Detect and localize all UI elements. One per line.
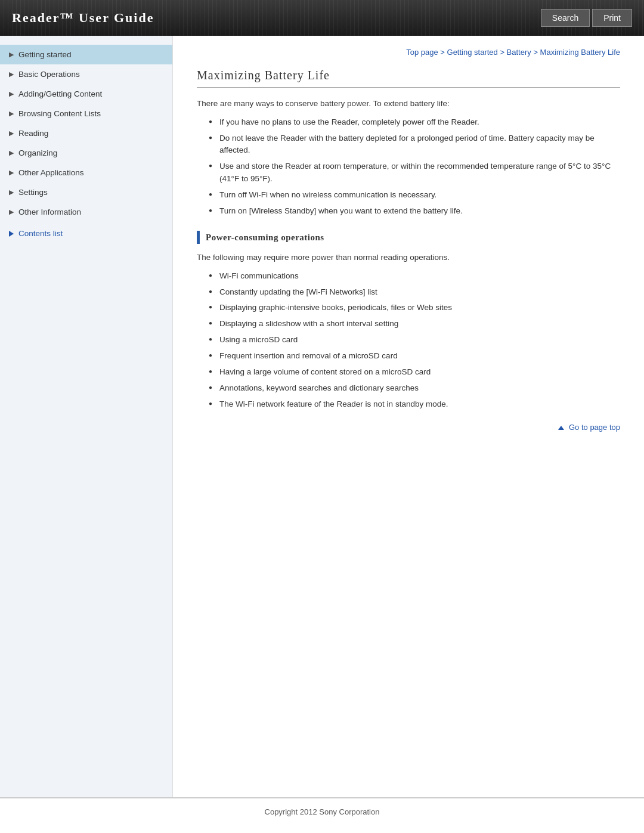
sidebar: ▶ Getting started ▶ Basic Operations ▶ A…	[0, 36, 173, 797]
app-title: Reader™ User Guide	[12, 10, 154, 26]
list-item: Using a microSD card	[209, 334, 620, 346]
go-to-top[interactable]: Go to page top	[197, 423, 620, 432]
sidebar-item-label: Other Applications	[18, 168, 84, 177]
sidebar-item-other-applications[interactable]: ▶ Other Applications	[0, 163, 172, 182]
list-item: Frequent insertion and removal of a micr…	[209, 350, 620, 363]
contents-list-link[interactable]: Contents list	[0, 222, 172, 243]
list-item: Annotations, keyword searches and dictio…	[209, 382, 620, 395]
section-bullet-list: Wi-Fi communications Constantly updating…	[209, 270, 620, 411]
header: Reader™ User Guide Search Print	[0, 0, 644, 36]
section-bar-icon	[197, 231, 200, 244]
footer: Copyright 2012 Sony Corporation	[0, 798, 644, 825]
sidebar-item-basic-operations[interactable]: ▶ Basic Operations	[0, 64, 172, 84]
content-area: Top page > Getting started > Battery > M…	[173, 36, 644, 797]
chevron-icon: ▶	[9, 70, 14, 78]
sidebar-item-label: Reading	[18, 129, 48, 138]
list-item: Having a large volume of content stored …	[209, 366, 620, 379]
breadcrumb-link[interactable]: Top page > Getting started > Battery > M…	[406, 48, 620, 57]
list-item: If you have no plans to use the Reader, …	[209, 116, 620, 129]
search-button[interactable]: Search	[541, 9, 590, 27]
list-item: Constantly updating the [Wi-Fi Networks]…	[209, 286, 620, 299]
main-bullet-list: If you have no plans to use the Reader, …	[209, 116, 620, 218]
header-buttons: Search Print	[541, 9, 632, 27]
sidebar-item-getting-started[interactable]: ▶ Getting started	[0, 45, 172, 64]
triangle-up-icon	[558, 426, 564, 430]
sidebar-item-label: Other Information	[18, 208, 81, 216]
sidebar-item-other-information[interactable]: ▶ Other Information	[0, 202, 172, 222]
section-intro: The following may require more power tha…	[197, 251, 620, 264]
main-layout: ▶ Getting started ▶ Basic Operations ▶ A…	[0, 36, 644, 797]
intro-text: There are many ways to conserve battery …	[197, 97, 620, 110]
copyright-text: Copyright 2012 Sony Corporation	[265, 807, 380, 816]
chevron-icon: ▶	[9, 188, 14, 196]
list-item: Use and store the Reader at room tempera…	[209, 160, 620, 185]
sidebar-item-browsing-content[interactable]: ▶ Browsing Content Lists	[0, 104, 172, 123]
chevron-icon: ▶	[9, 208, 14, 216]
print-button[interactable]: Print	[592, 9, 632, 27]
sidebar-item-label: Browsing Content Lists	[18, 109, 101, 118]
chevron-icon: ▶	[9, 51, 14, 58]
list-item: The Wi-Fi network feature of the Reader …	[209, 398, 620, 411]
list-item: Displaying graphic-intensive books, peri…	[209, 302, 620, 314]
contents-list-label: Contents list	[18, 229, 63, 238]
arrow-right-icon	[9, 231, 14, 237]
list-item: Do not leave the Reader with the battery…	[209, 132, 620, 157]
sidebar-item-adding-content[interactable]: ▶ Adding/Getting Content	[0, 84, 172, 104]
chevron-icon: ▶	[9, 90, 14, 98]
chevron-icon: ▶	[9, 169, 14, 176]
list-item: Wi-Fi communications	[209, 270, 620, 283]
chevron-icon: ▶	[9, 129, 14, 137]
chevron-icon: ▶	[9, 110, 14, 117]
sidebar-item-settings[interactable]: ▶ Settings	[0, 182, 172, 202]
list-item: Displaying a slideshow with a short inte…	[209, 318, 620, 330]
sidebar-item-label: Adding/Getting Content	[18, 89, 102, 98]
list-item: Turn off Wi-Fi when no wireless communic…	[209, 189, 620, 202]
sidebar-item-organizing[interactable]: ▶ Organizing	[0, 143, 172, 163]
sidebar-item-label: Organizing	[18, 148, 57, 157]
sidebar-item-reading[interactable]: ▶ Reading	[0, 123, 172, 143]
go-to-top-label: Go to page top	[569, 423, 620, 432]
go-to-top-link[interactable]: Go to page top	[558, 423, 620, 432]
page-title: Maximizing Battery Life	[197, 69, 620, 88]
breadcrumb[interactable]: Top page > Getting started > Battery > M…	[197, 48, 620, 57]
section-heading-label: Power-consuming operations	[206, 233, 324, 243]
list-item: Turn on [Wireless Standby] when you want…	[209, 205, 620, 218]
sidebar-item-label: Getting started	[18, 50, 72, 59]
sidebar-item-label: Basic Operations	[18, 70, 80, 79]
chevron-icon: ▶	[9, 149, 14, 157]
section-heading: Power-consuming operations	[197, 231, 620, 244]
page-number: 32	[0, 825, 644, 833]
sidebar-item-label: Settings	[18, 188, 48, 197]
